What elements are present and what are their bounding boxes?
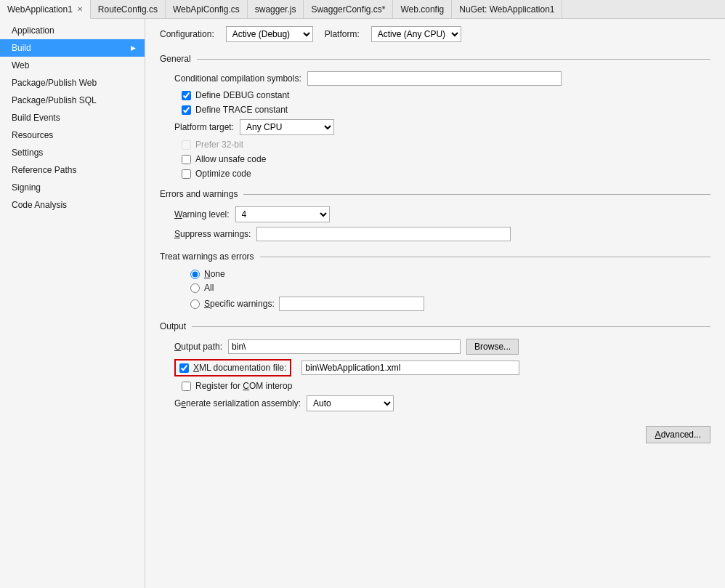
define-trace-label: Define TRACE constant bbox=[195, 105, 288, 115]
tab-label: SwaggerConfig.cs* bbox=[311, 4, 385, 15]
warning-level-select[interactable]: 4 0 1 2 3 bbox=[235, 206, 330, 222]
treat-warnings-specific-radio[interactable] bbox=[190, 299, 200, 309]
suppress-warnings-row: Suppress warnings: bbox=[174, 227, 710, 241]
allow-unsafe-label: Allow unsafe code bbox=[195, 154, 266, 164]
tab-webconfig[interactable]: Web.config bbox=[393, 0, 452, 18]
register-com-checkbox[interactable] bbox=[182, 382, 191, 391]
section-errors-warnings: Errors and warnings bbox=[160, 189, 710, 199]
sidebar-item-package-publish-web[interactable]: Package/Publish Web bbox=[0, 74, 145, 92]
register-com-label: Register for COM interop bbox=[195, 381, 292, 391]
platform-label: Platform: bbox=[325, 29, 360, 39]
define-trace-row: Define TRACE constant bbox=[182, 105, 710, 115]
tab-webapplication1[interactable]: WebApplication1 ✕ bbox=[0, 0, 91, 19]
tab-label: WebApiConfig.cs bbox=[173, 4, 240, 15]
tab-label: swagger.js bbox=[255, 4, 296, 15]
tab-label: Web.config bbox=[400, 4, 444, 15]
xml-doc-input[interactable] bbox=[301, 361, 519, 375]
allow-unsafe-checkbox[interactable] bbox=[182, 155, 191, 164]
tab-close-icon[interactable]: ✕ bbox=[77, 5, 83, 13]
prefer-32bit-label: Prefer 32-bit bbox=[195, 140, 243, 150]
define-debug-checkbox[interactable] bbox=[182, 91, 191, 100]
define-trace-checkbox[interactable] bbox=[182, 105, 191, 115]
xml-doc-checkbox[interactable] bbox=[179, 363, 189, 373]
treat-warnings-none-radio[interactable] bbox=[190, 270, 200, 279]
sidebar-item-package-publish-sql[interactable]: Package/Publish SQL bbox=[0, 92, 145, 109]
platform-select-top[interactable]: Active (Any CPU) bbox=[371, 26, 461, 42]
tab-label: WebApplication1 bbox=[7, 4, 73, 15]
xml-doc-row: XML documentation file: bbox=[174, 359, 710, 376]
tab-label: RouteConfig.cs bbox=[98, 4, 158, 15]
tab-nuget[interactable]: NuGet: WebApplication1 bbox=[452, 0, 562, 18]
warning-level-label: Warning level: bbox=[174, 209, 230, 220]
gen-serial-label: Generate serialization assembly: bbox=[174, 398, 301, 408]
sidebar-item-build-events[interactable]: Build Events bbox=[0, 109, 145, 126]
sidebar-item-web[interactable]: Web bbox=[0, 57, 145, 74]
treat-warnings-none-label: None bbox=[204, 269, 225, 279]
optimize-code-label: Optimize code bbox=[195, 169, 251, 179]
prefer-32bit-checkbox[interactable] bbox=[182, 140, 191, 150]
treat-warnings-all-row: All bbox=[190, 283, 710, 293]
configuration-label: Configuration: bbox=[160, 29, 214, 39]
gen-serial-select[interactable]: Auto On Off bbox=[307, 395, 394, 411]
tab-swaggerjs[interactable]: swagger.js bbox=[248, 0, 304, 18]
warning-level-row: Warning level: 4 0 1 2 3 bbox=[174, 206, 710, 222]
xml-doc-label: XML documentation file: bbox=[193, 363, 286, 373]
tab-routeconfig[interactable]: RouteConfig.cs bbox=[91, 0, 166, 18]
content-area: Configuration: Active (Debug) Platform: … bbox=[145, 19, 725, 588]
sidebar-item-signing[interactable]: Signing bbox=[0, 179, 145, 196]
sidebar: Application Build Web Package/Publish We… bbox=[0, 19, 145, 588]
define-debug-row: Define DEBUG constant bbox=[182, 90, 710, 100]
tab-label: NuGet: WebApplication1 bbox=[459, 4, 554, 15]
platform-target-select[interactable]: Any CPU x86 x64 bbox=[240, 119, 334, 135]
bottom-bar: Advanced... bbox=[160, 419, 710, 443]
configuration-select[interactable]: Active (Debug) bbox=[226, 26, 313, 42]
treat-warnings-specific-row: Specific warnings: bbox=[190, 297, 710, 311]
optimize-code-row: Optimize code bbox=[182, 169, 710, 179]
xml-doc-inner: XML documentation file: bbox=[174, 359, 291, 376]
conditional-symbols-row: Conditional compilation symbols: bbox=[174, 71, 710, 86]
sidebar-item-code-analysis[interactable]: Code Analysis bbox=[0, 196, 145, 214]
conditional-symbols-label: Conditional compilation symbols: bbox=[174, 73, 301, 84]
browse-button[interactable]: Browse... bbox=[466, 339, 519, 355]
define-debug-label: Define DEBUG constant bbox=[195, 90, 289, 100]
treat-warnings-all-radio[interactable] bbox=[190, 283, 200, 293]
allow-unsafe-row: Allow unsafe code bbox=[182, 154, 710, 164]
specific-warnings-input[interactable] bbox=[279, 297, 424, 311]
suppress-warnings-label: Suppress warnings: bbox=[174, 229, 251, 239]
config-bar: Configuration: Active (Debug) Platform: … bbox=[160, 26, 710, 42]
section-output: Output bbox=[160, 321, 710, 331]
output-path-row: Output path: Browse... bbox=[174, 339, 710, 355]
tab-swaggerconfig[interactable]: SwaggerConfig.cs* bbox=[304, 0, 393, 18]
output-path-input[interactable] bbox=[228, 339, 461, 354]
gen-serial-row: Generate serialization assembly: Auto On… bbox=[174, 395, 710, 411]
suppress-warnings-input[interactable] bbox=[256, 227, 511, 241]
conditional-symbols-input[interactable] bbox=[307, 71, 562, 86]
output-path-label: Output path: bbox=[174, 342, 222, 352]
sidebar-item-application[interactable]: Application bbox=[0, 22, 145, 39]
main-layout: Application Build Web Package/Publish We… bbox=[0, 19, 725, 588]
treat-warnings-specific-label: Specific warnings: bbox=[204, 299, 275, 309]
sidebar-item-settings[interactable]: Settings bbox=[0, 144, 145, 161]
tab-bar: WebApplication1 ✕ RouteConfig.cs WebApiC… bbox=[0, 0, 725, 19]
sidebar-item-build[interactable]: Build bbox=[0, 39, 145, 57]
platform-target-row: Platform target: Any CPU x86 x64 bbox=[174, 119, 710, 135]
platform-target-label: Platform target: bbox=[174, 122, 234, 132]
treat-warnings-none-row: None bbox=[190, 269, 710, 279]
register-com-row: Register for COM interop bbox=[182, 381, 710, 391]
section-treat-warnings: Treat warnings as errors bbox=[160, 251, 710, 262]
optimize-code-checkbox[interactable] bbox=[182, 169, 191, 179]
treat-warnings-all-label: All bbox=[204, 283, 214, 293]
tab-webapiconfig[interactable]: WebApiConfig.cs bbox=[166, 0, 248, 18]
sidebar-item-resources[interactable]: Resources bbox=[0, 126, 145, 144]
prefer-32bit-row: Prefer 32-bit bbox=[182, 140, 710, 150]
sidebar-item-reference-paths[interactable]: Reference Paths bbox=[0, 161, 145, 179]
advanced-button[interactable]: Advanced... bbox=[646, 426, 710, 443]
section-general: General bbox=[160, 54, 710, 64]
